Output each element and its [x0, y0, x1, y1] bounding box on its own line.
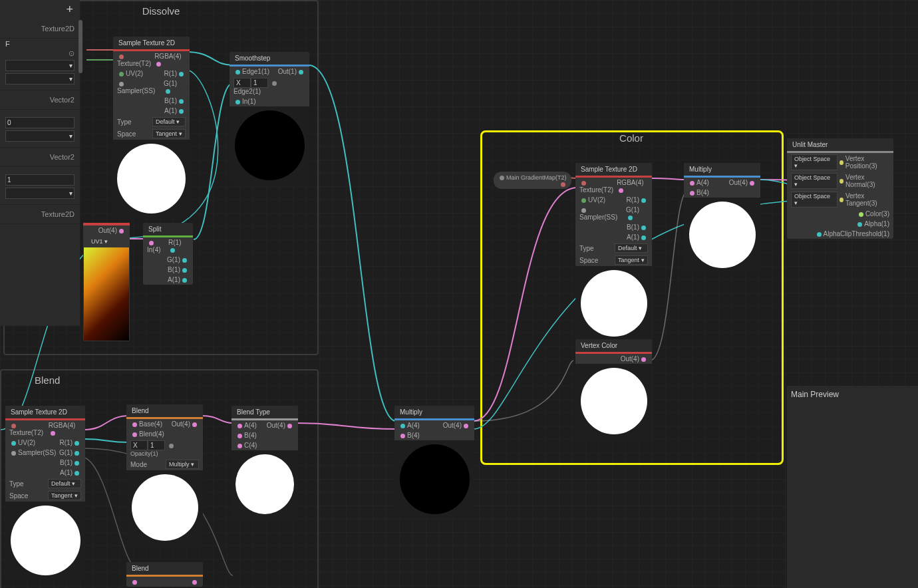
shader-graph-canvas[interactable]: Dissolve Blend Color + Texture2D F ⊙ ▾ ▾…	[0, 0, 918, 588]
port-b[interactable]: B(1)	[60, 459, 73, 466]
node-unlit-master[interactable]: Unlit Master Object Space ▾Vertex Positi…	[787, 138, 893, 239]
add-property-button[interactable]: +	[0, 0, 80, 19]
port-texture[interactable]: Texture(T2)	[579, 186, 613, 194]
port-vertex-normal[interactable]: Vertex Normal(3)	[845, 174, 889, 188]
port-alphaclip[interactable]: AlphaClipThreshold(1)	[824, 230, 890, 237]
property-label: Main GradientMap(T2)	[506, 174, 567, 181]
dropdown[interactable]: ▾	[5, 188, 75, 199]
node-uv-gradient[interactable]: Out(4) UV1 ▾	[83, 223, 130, 341]
dropdown[interactable]: ▾	[5, 60, 75, 71]
node-title: Multiply	[394, 406, 474, 418]
port-a[interactable]: A(1)	[60, 469, 73, 476]
space-dropdown[interactable]: Object Space ▾	[791, 154, 838, 170]
port-sampler[interactable]: Sampler(SS)	[18, 449, 56, 456]
space-dropdown[interactable]: Tangent ▾	[615, 255, 648, 265]
port-in[interactable]: In(1)	[242, 98, 256, 105]
port-a[interactable]: A(4)	[244, 422, 257, 429]
port-out[interactable]: Out(4)	[729, 179, 748, 186]
port-texture[interactable]: Texture(T2)	[9, 429, 43, 436]
property-main-gradientmap[interactable]: Main GradientMap(T2)	[494, 172, 571, 189]
property-type: Texture2D	[5, 25, 75, 33]
port-g[interactable]: G(1)	[167, 256, 180, 263]
dropdown[interactable]: ▾	[5, 130, 75, 142]
port-r[interactable]: R(1)	[164, 70, 177, 77]
node-multiply[interactable]: Multiply A(4)Out(4) B(4)	[394, 406, 474, 518]
space-dropdown[interactable]: Object Space ▾	[791, 192, 838, 208]
port-r[interactable]: R(1)	[627, 196, 639, 204]
port-a[interactable]: A(1)	[627, 233, 639, 241]
port-sampler[interactable]: Sampler(SS)	[117, 87, 155, 94]
port-vertex-tangent[interactable]: Vertex Tangent(3)	[845, 192, 889, 207]
node-title: Vertex Color	[575, 339, 652, 352]
one-field[interactable]	[148, 440, 165, 450]
port-sampler[interactable]: Sampler(SS)	[579, 214, 617, 221]
dropdown[interactable]: ▾	[5, 73, 75, 84]
port-c[interactable]: C(4)	[244, 442, 257, 449]
space-dropdown[interactable]: Object Space ▾	[791, 173, 838, 189]
type-dropdown[interactable]: Default ▾	[48, 479, 81, 488]
blackboard-scrollbar[interactable]	[78, 20, 82, 73]
port-rgba[interactable]: RGBA(4)	[49, 422, 76, 429]
port-g[interactable]: G(1)	[164, 80, 177, 87]
port-a[interactable]: A(4)	[407, 422, 420, 429]
port-edge2[interactable]: Edge2(1)	[233, 88, 261, 95]
port-b[interactable]: B(4)	[407, 432, 420, 439]
port-rgba[interactable]: RGBA(4)	[617, 179, 644, 186]
port-blend[interactable]: Blend(4)	[139, 430, 164, 438]
space-dropdown[interactable]: Tangent ▾	[152, 129, 186, 138]
node-smoothstep[interactable]: Smoothstep Edge1(1)Out(1) Edge2(1) In(1)	[230, 52, 309, 184]
port-out[interactable]: Out(4)	[443, 422, 462, 429]
port-texture[interactable]: Texture(T2)	[117, 60, 151, 67]
port-b[interactable]: B(4)	[244, 432, 257, 439]
port-out[interactable]: Out(4)	[621, 355, 639, 363]
uv-dropdown[interactable]: UV1 ▾	[87, 237, 126, 246]
port-b[interactable]: B(1)	[627, 223, 639, 231]
node-vertex-color[interactable]: Vertex Color Out(4)	[575, 339, 652, 438]
port-r[interactable]: R(1)	[60, 439, 73, 446]
type-dropdown[interactable]: Default ▾	[615, 243, 648, 253]
port-g[interactable]: G(1)	[626, 206, 639, 214]
port-a[interactable]: A(1)	[164, 107, 177, 114]
node-split[interactable]: Split In(4)R(1) G(1) B(1) A(1)	[143, 223, 193, 285]
main-preview-panel[interactable]: Main Preview	[787, 386, 918, 588]
port-alpha[interactable]: Alpha(1)	[864, 220, 889, 227]
node-sample-texture-2d[interactable]: Sample Texture 2D Texture(T2)RGBA(4) UV(…	[575, 163, 652, 341]
type-dropdown[interactable]: Default ▾	[152, 117, 186, 126]
port-out4[interactable]: Out(4)	[98, 227, 117, 234]
node-multiply[interactable]: Multiply A(4)Out(4) B(4)	[684, 163, 760, 272]
port-out[interactable]: Out(1)	[278, 68, 297, 75]
blackboard-panel[interactable]: + Texture2D F ⊙ ▾ ▾ Vector2 0 ▾ Vector2 …	[0, 0, 80, 326]
node-sample-texture-2d[interactable]: Sample Texture 2D Texture(T2)RGBA(4) UV(…	[113, 37, 190, 218]
port-a[interactable]: A(4)	[696, 179, 709, 186]
number-field[interactable]: 1	[5, 174, 75, 186]
port-opacity[interactable]: Opacity(1)	[130, 450, 158, 457]
node-blend-type[interactable]: Blend Type A(4)Out(4) B(4) C(4)	[231, 406, 298, 518]
port-a[interactable]: A(1)	[168, 276, 180, 283]
port-b[interactable]: B(1)	[164, 97, 177, 104]
property-name[interactable]: F	[5, 40, 75, 48]
node-blend[interactable]: Blend Base(4)Out(4) Blend(4) Opacity(1) …	[126, 404, 203, 545]
port-in4[interactable]: In(4)	[147, 246, 161, 253]
port-vertex-position[interactable]: Vertex Position(3)	[845, 155, 889, 170]
space-dropdown[interactable]: Tangent ▾	[48, 491, 81, 500]
port-b[interactable]: B(4)	[696, 189, 709, 196]
port-uv[interactable]: UV(2)	[18, 439, 35, 446]
node-sample-texture-2d[interactable]: Sample Texture 2D Texture(T2)RGBA(4) UV(…	[5, 406, 85, 579]
x-field[interactable]	[130, 440, 148, 450]
number-field[interactable]: 0	[5, 117, 75, 128]
node-blend[interactable]: Blend	[126, 562, 203, 587]
port-uv[interactable]: UV(2)	[588, 196, 605, 204]
x-field[interactable]	[233, 78, 251, 88]
port-uv[interactable]: UV(2)	[126, 70, 143, 77]
port-r[interactable]: R(1)	[168, 239, 181, 246]
port-base[interactable]: Base(4)	[139, 420, 162, 428]
port-edge1[interactable]: Edge1(1)	[242, 68, 269, 75]
port-rgba[interactable]: RGBA(4)	[154, 53, 182, 60]
mode-dropdown[interactable]: Multiply ▾	[166, 460, 199, 469]
port-color[interactable]: Color(3)	[865, 210, 889, 218]
port-out[interactable]: Out(4)	[267, 422, 285, 429]
port-out[interactable]: Out(4)	[172, 420, 190, 428]
port-b[interactable]: B(1)	[168, 266, 180, 273]
port-g[interactable]: G(1)	[59, 449, 73, 456]
one-field[interactable]	[251, 78, 268, 88]
